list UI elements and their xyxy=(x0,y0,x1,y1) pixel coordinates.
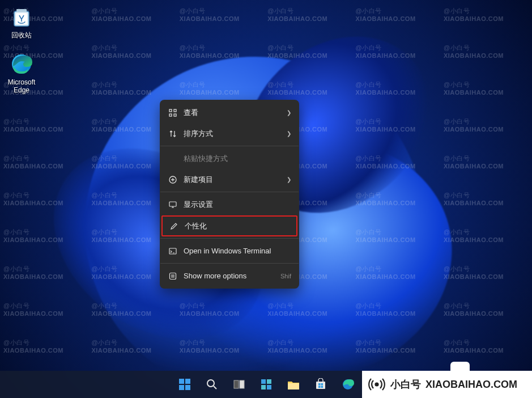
menu-label: 个性化 xyxy=(185,221,290,231)
menu-item-display-settings[interactable]: 显示设置 xyxy=(160,194,299,215)
svg-rect-4 xyxy=(169,109,172,112)
svg-rect-26 xyxy=(321,383,323,386)
menu-item-open-terminal[interactable]: Open in Windows Terminal xyxy=(160,240,299,261)
desktop-context-menu: 查看 ❯ 排序方式 ❯ 粘贴快捷方式 新建项目 ❯ xyxy=(160,100,299,289)
menu-separator xyxy=(160,238,299,239)
recycle-bin-icon xyxy=(10,5,33,28)
plus-circle-icon xyxy=(168,175,178,185)
chevron-right-icon: ❯ xyxy=(287,130,291,137)
svg-rect-19 xyxy=(261,379,266,384)
menu-item-paste-shortcut: 粘贴快捷方式 xyxy=(160,148,299,169)
svg-rect-23 xyxy=(288,383,299,389)
svg-rect-21 xyxy=(261,385,266,389)
watermark-logo-overlay: 小白号 XIAOBAIHAO.COM xyxy=(362,371,532,398)
edge-taskbar-button[interactable] xyxy=(337,373,359,396)
grid-icon xyxy=(168,108,178,118)
chevron-right-icon: ❯ xyxy=(287,176,291,183)
search-button[interactable] xyxy=(201,373,223,396)
svg-rect-5 xyxy=(174,109,176,112)
svg-point-30 xyxy=(376,383,378,386)
monitor-icon xyxy=(168,200,178,210)
speech-bubble-icon xyxy=(450,362,470,378)
edge-icon xyxy=(10,52,33,76)
menu-label: 查看 xyxy=(184,108,282,118)
menu-label: 新建项目 xyxy=(184,175,282,185)
svg-point-16 xyxy=(207,380,214,387)
svg-rect-28 xyxy=(321,386,323,388)
svg-rect-27 xyxy=(318,386,321,388)
terminal-icon xyxy=(168,246,178,256)
menu-item-personalize[interactable]: 个性化 xyxy=(161,215,297,236)
logo-text-en: XIAOBAIHAO.COM xyxy=(425,379,517,391)
menu-label: Open in Windows Terminal xyxy=(184,247,291,255)
menu-separator xyxy=(160,192,299,192)
menu-item-show-more-options[interactable]: Show more options Shif xyxy=(160,265,299,286)
svg-rect-9 xyxy=(169,202,176,206)
menu-shortcut-hint: Shif xyxy=(280,273,291,280)
desktop-icon-label: Microsoft Edge xyxy=(0,78,43,94)
more-options-icon xyxy=(168,271,178,281)
svg-rect-15 xyxy=(185,385,190,390)
microsoft-store-button[interactable] xyxy=(309,373,332,396)
blank-icon xyxy=(168,154,178,164)
menu-separator xyxy=(160,146,299,146)
menu-separator xyxy=(160,263,299,264)
svg-rect-13 xyxy=(185,379,190,384)
desktop[interactable]: @小白号XIAOBAIHAO.COM@小白号XIAOBAIHAO.COM@小白号… xyxy=(0,0,532,398)
broadcast-icon xyxy=(368,375,386,393)
svg-rect-20 xyxy=(267,379,271,384)
widgets-button[interactable] xyxy=(255,373,278,396)
svg-rect-6 xyxy=(169,114,172,116)
logo-text-cn: 小白号 xyxy=(390,378,421,391)
svg-rect-22 xyxy=(267,385,271,389)
svg-rect-24 xyxy=(316,382,325,389)
start-button[interactable] xyxy=(173,373,196,396)
svg-rect-14 xyxy=(179,385,184,390)
svg-rect-2 xyxy=(16,9,27,12)
task-view-button[interactable] xyxy=(228,373,250,396)
svg-rect-25 xyxy=(318,383,321,386)
desktop-icon-label: 回收站 xyxy=(11,31,32,40)
svg-rect-12 xyxy=(179,379,184,384)
menu-item-view[interactable]: 查看 ❯ xyxy=(160,102,299,123)
menu-label: 排序方式 xyxy=(184,129,282,139)
file-explorer-button[interactable] xyxy=(282,373,305,396)
desktop-icon-edge[interactable]: Microsoft Edge xyxy=(0,52,43,94)
chevron-right-icon: ❯ xyxy=(287,109,291,116)
menu-label: Show more options xyxy=(184,272,280,280)
menu-item-new[interactable]: 新建项目 ❯ xyxy=(160,169,299,190)
svg-rect-18 xyxy=(240,380,244,388)
svg-rect-17 xyxy=(234,380,239,388)
svg-rect-7 xyxy=(174,114,176,116)
desktop-icon-recycle-bin[interactable]: 回收站 xyxy=(0,5,43,40)
menu-label: 显示设置 xyxy=(184,200,291,210)
menu-label: 粘贴快捷方式 xyxy=(184,154,291,164)
sort-icon xyxy=(168,129,178,139)
menu-item-sort[interactable]: 排序方式 ❯ xyxy=(160,123,299,144)
pen-icon xyxy=(169,221,179,231)
